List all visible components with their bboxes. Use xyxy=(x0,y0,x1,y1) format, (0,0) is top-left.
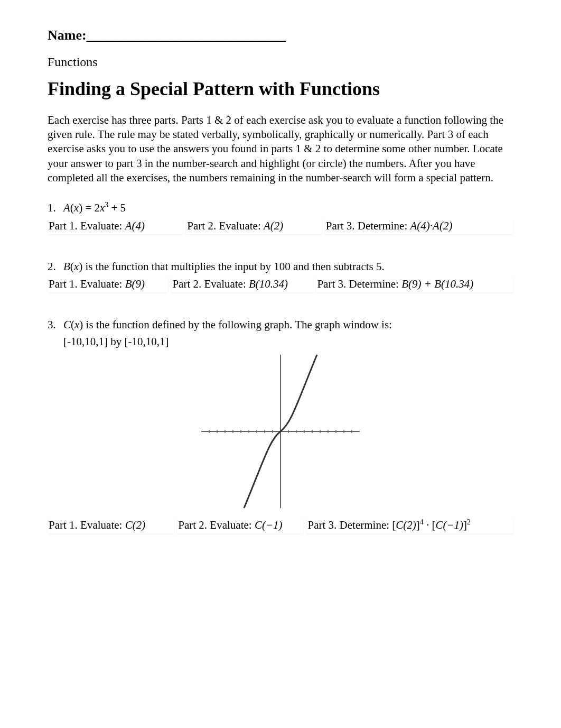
exercise-2-number: 2. xyxy=(48,260,57,274)
exercise-1: 1. A(x) = 2x3 + 5 Part 1. Evaluate: A(4)… xyxy=(48,201,513,234)
exercise-3-part-1: Part 1. Evaluate: C(2) xyxy=(48,517,174,533)
exercise-2-header: 2. B(x) is the function that multiplies … xyxy=(48,260,513,274)
exercise-1-number: 1. xyxy=(48,201,57,215)
exercise-1-part-2-expr: A(2) xyxy=(264,219,283,232)
cubic-graph-icon xyxy=(196,352,365,511)
exercise-3-part-2-expr: C(−1) xyxy=(255,519,283,531)
exercise-3-part-1-expr: C(2) xyxy=(125,519,146,531)
exercise-3: 3. C(x) is the function defined by the f… xyxy=(48,318,513,533)
exercise-1-function-def: A(x) = 2x3 + 5 xyxy=(63,201,126,215)
exercise-2-part-2-expr: B(10.34) xyxy=(249,278,288,290)
exercise-2-part-3: Part 3. Determine: B(9) + B(10.34) xyxy=(316,276,513,292)
exercise-1-header: 1. A(x) = 2x3 + 5 xyxy=(48,201,513,215)
instructions-paragraph: Each exercise has three parts. Parts 1 &… xyxy=(48,113,513,185)
exercise-1-part-1: Part 1. Evaluate: A(4) xyxy=(48,218,183,234)
exercise-2-description: B(x) is the function that multiplies the… xyxy=(63,260,385,274)
exercise-1-parts: Part 1. Evaluate: A(4) Part 2. Evaluate:… xyxy=(48,218,513,234)
exercise-1-part-3-expr: A(4)·A(2) xyxy=(410,219,453,232)
exercise-1-part-1-expr: A(4) xyxy=(125,219,145,232)
exercise-3-graph-container xyxy=(48,352,513,511)
exercise-2-part-1-expr: B(9) xyxy=(125,278,145,290)
exercise-2-part-2: Part 2. Evaluate: B(10.34) xyxy=(171,276,313,292)
category-subtitle: Functions xyxy=(48,54,513,70)
exercise-1-part-2: Part 2. Evaluate: A(2) xyxy=(186,218,321,234)
page-title: Finding a Special Pattern with Functions xyxy=(48,77,513,102)
exercise-2-part-3-expr: B(9) + B(10.34) xyxy=(401,278,473,290)
exercise-3-part-3: Part 3. Determine: [C(2)]4 · [C(−1)]2 xyxy=(307,517,513,533)
exercise-2-part-1: Part 1. Evaluate: B(9) xyxy=(48,276,168,292)
exercise-2: 2. B(x) is the function that multiplies … xyxy=(48,260,513,293)
exercise-3-parts: Part 1. Evaluate: C(2) Part 2. Evaluate:… xyxy=(48,517,513,533)
exercise-3-description: C(x) is the function defined by the foll… xyxy=(63,318,392,332)
exercise-3-part-2: Part 2. Evaluate: C(−1) xyxy=(177,517,303,533)
exercise-3-graph xyxy=(196,352,365,511)
exercise-3-window: [-10,10,1] by [-10,10,1] xyxy=(63,335,513,349)
exercise-3-header: 3. C(x) is the function defined by the f… xyxy=(48,318,513,332)
exercise-2-parts: Part 1. Evaluate: B(9) Part 2. Evaluate:… xyxy=(48,276,513,292)
exercise-3-number: 3. xyxy=(48,318,57,332)
exercise-3-part-3-expr: [C(2)]4 · [C(−1)]2 xyxy=(392,519,471,531)
name-field: Name:_____________________________ xyxy=(48,26,513,44)
exercise-1-part-3: Part 3. Determine: A(4)·A(2) xyxy=(325,218,513,234)
